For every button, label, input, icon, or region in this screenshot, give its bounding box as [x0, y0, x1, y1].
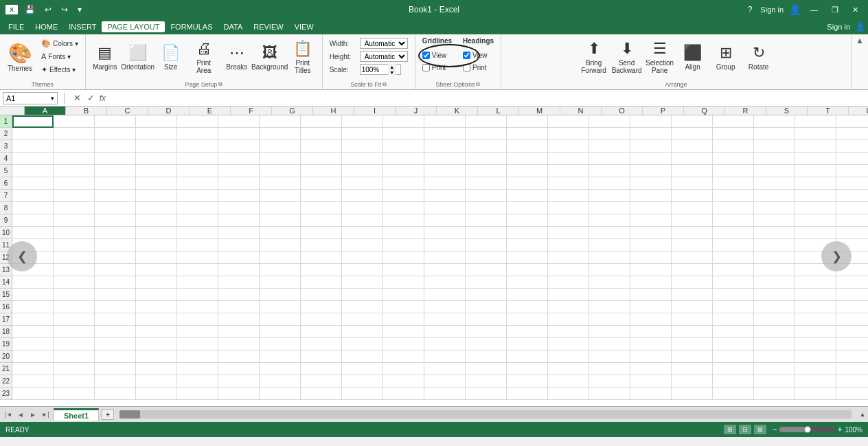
list-item[interactable]: [136, 115, 177, 128]
list-item[interactable]: [342, 276, 383, 289]
list-item[interactable]: [342, 375, 383, 388]
list-item[interactable]: [12, 214, 54, 227]
sign-in-label[interactable]: Sign in: [760, 5, 784, 14]
list-item[interactable]: [218, 190, 260, 202]
col-header-e[interactable]: E: [190, 107, 231, 115]
list-item[interactable]: [383, 326, 424, 338]
list-item[interactable]: [630, 239, 672, 252]
list-item[interactable]: [754, 153, 795, 165]
sheet-tab-sheet1[interactable]: Sheet1: [54, 408, 99, 421]
list-item[interactable]: [548, 177, 589, 190]
list-item[interactable]: [548, 375, 589, 388]
list-item[interactable]: [466, 115, 507, 128]
list-item[interactable]: [589, 202, 630, 214]
list-item[interactable]: [177, 239, 218, 252]
list-item[interactable]: [713, 326, 754, 338]
list-item[interactable]: [754, 313, 795, 326]
list-item[interactable]: [54, 128, 95, 140]
page-break-view-button[interactable]: ⊠: [754, 425, 766, 434]
list-item[interactable]: [342, 190, 383, 202]
list-item[interactable]: [383, 338, 424, 350]
scale-input[interactable]: [361, 66, 388, 74]
list-item[interactable]: [136, 252, 177, 264]
row-header-22[interactable]: 22: [0, 375, 12, 388]
close-button[interactable]: ✕: [848, 4, 863, 16]
list-item[interactable]: [630, 289, 672, 301]
undo-button[interactable]: ↩: [42, 3, 54, 16]
list-item[interactable]: [136, 177, 177, 190]
list-item[interactable]: [54, 363, 95, 375]
list-item[interactable]: [836, 115, 868, 128]
col-header-c[interactable]: C: [107, 107, 148, 115]
list-item[interactable]: [260, 153, 301, 165]
col-header-d[interactable]: D: [148, 107, 190, 115]
scale-up-button[interactable]: ▲: [388, 64, 396, 69]
list-item[interactable]: [795, 313, 836, 326]
list-item[interactable]: [795, 388, 836, 400]
list-item[interactable]: [424, 301, 466, 313]
list-item[interactable]: [383, 227, 424, 239]
row-header-7[interactable]: 7: [0, 190, 12, 202]
list-item[interactable]: [218, 153, 260, 165]
list-item[interactable]: [218, 115, 260, 128]
list-item[interactable]: [836, 338, 868, 350]
list-item[interactable]: [466, 140, 507, 153]
list-item[interactable]: [177, 264, 218, 276]
list-item[interactable]: [713, 338, 754, 350]
h-scrollbar[interactable]: [119, 410, 852, 419]
list-item[interactable]: [95, 350, 136, 363]
list-item[interactable]: [424, 177, 466, 190]
list-item[interactable]: [672, 363, 713, 375]
list-item[interactable]: [466, 214, 507, 227]
list-item[interactable]: [383, 140, 424, 153]
list-item[interactable]: [260, 252, 301, 264]
list-item[interactable]: [548, 153, 589, 165]
list-item[interactable]: [672, 202, 713, 214]
list-item[interactable]: [754, 227, 795, 239]
list-item[interactable]: [136, 338, 177, 350]
menu-view[interactable]: VIEW: [289, 21, 319, 32]
zoom-out-icon[interactable]: −: [772, 425, 777, 434]
list-item[interactable]: [424, 289, 466, 301]
list-item[interactable]: [548, 388, 589, 400]
list-item[interactable]: [672, 301, 713, 313]
list-item[interactable]: [218, 338, 260, 350]
list-item[interactable]: [95, 252, 136, 264]
add-sheet-button[interactable]: +: [102, 409, 114, 420]
list-item[interactable]: [713, 214, 754, 227]
list-item[interactable]: [177, 115, 218, 128]
list-item[interactable]: [836, 301, 868, 313]
list-item[interactable]: [466, 350, 507, 363]
list-item[interactable]: [589, 313, 630, 326]
list-item[interactable]: [136, 350, 177, 363]
list-item[interactable]: [589, 252, 630, 264]
list-item[interactable]: [218, 388, 260, 400]
list-item[interactable]: [54, 301, 95, 313]
row-header-4[interactable]: 4: [0, 153, 12, 165]
list-item[interactable]: [713, 153, 754, 165]
list-item[interactable]: [301, 350, 342, 363]
list-item[interactable]: [589, 190, 630, 202]
headings-view-row[interactable]: View: [463, 49, 494, 60]
list-item[interactable]: [218, 140, 260, 153]
list-item[interactable]: [424, 190, 466, 202]
list-item[interactable]: [836, 128, 868, 140]
col-header-p[interactable]: P: [643, 107, 684, 115]
list-item[interactable]: [630, 227, 672, 239]
list-item[interactable]: [672, 177, 713, 190]
list-item[interactable]: [507, 363, 548, 375]
list-item[interactable]: [12, 313, 54, 326]
list-item[interactable]: [301, 363, 342, 375]
list-item[interactable]: [836, 190, 868, 202]
list-item[interactable]: [672, 338, 713, 350]
list-item[interactable]: [672, 289, 713, 301]
list-item[interactable]: [12, 326, 54, 338]
list-item[interactable]: [795, 140, 836, 153]
list-item[interactable]: [507, 214, 548, 227]
align-button[interactable]: ⬛ Align: [678, 37, 708, 77]
list-item[interactable]: [507, 190, 548, 202]
customize-quick-access-button[interactable]: ▾: [75, 3, 84, 16]
list-item[interactable]: [507, 313, 548, 326]
list-item[interactable]: [342, 363, 383, 375]
list-item[interactable]: [260, 214, 301, 227]
